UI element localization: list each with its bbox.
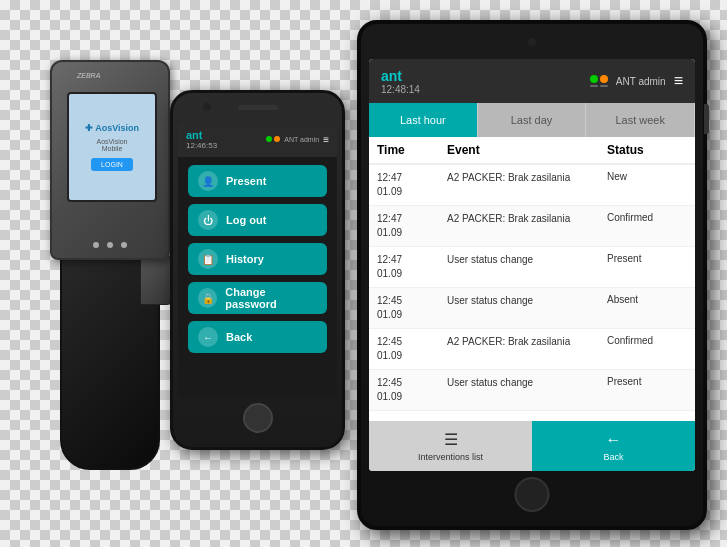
tablet-side-button[interactable] [704, 104, 709, 134]
row-time: 12:4501.09 [377, 376, 447, 404]
interventions-icon: ☰ [444, 430, 458, 449]
table-header: Time Event Status [369, 137, 695, 165]
tablet-back-button[interactable]: ← Back [532, 421, 695, 471]
phone-back-button[interactable]: ← Back [188, 321, 327, 353]
row-status: Confirmed [607, 212, 687, 223]
scanner-brand: ZEBRA [77, 72, 100, 79]
phone-logo: ant [186, 129, 217, 141]
tablet-menu-icon[interactable]: ≡ [674, 72, 683, 90]
phone-present-button[interactable]: 👤 Present [188, 165, 327, 197]
phone-home-button[interactable] [243, 403, 273, 433]
interventions-list-button[interactable]: ☰ Interventions list [369, 421, 532, 471]
row-time: 12:4701.09 [377, 212, 447, 240]
status-dot-orange [600, 75, 608, 83]
phone-device: ant 12:46:53 ANT admin ≡ 👤 Present [170, 90, 345, 450]
scanner-logo: ✚ AosVision [85, 123, 139, 133]
row-time: 12:4701.09 [377, 253, 447, 281]
row-status: Absent [607, 294, 687, 305]
back-icon: ← [198, 327, 218, 347]
history-icon: 📋 [198, 249, 218, 269]
present-label: Present [226, 175, 266, 187]
tablet-tabs: Last hour Last day Last week [369, 103, 695, 137]
row-time: 12:4701.09 [377, 171, 447, 199]
tablet-time: 12:48:14 [381, 84, 420, 95]
table-row: 12:4701.09 A2 PACKER: Brak zasilania Con… [369, 206, 695, 247]
row-time: 12:4501.09 [377, 335, 447, 363]
phone-menu-icon[interactable]: ≡ [323, 134, 329, 145]
phone-header: ant 12:46:53 ANT admin ≡ [178, 121, 337, 157]
row-status: New [607, 171, 687, 182]
history-label: History [226, 253, 264, 265]
phone-speaker [238, 105, 278, 110]
tab-last-hour[interactable]: Last hour [369, 103, 478, 137]
row-event: User status change [447, 253, 607, 267]
tablet-status-icons [590, 75, 608, 87]
present-icon: 👤 [198, 171, 218, 191]
tablet-header-left: ant 12:48:14 [381, 68, 420, 95]
phone-body: ant 12:46:53 ANT admin ≡ 👤 Present [170, 90, 345, 450]
scanner-body: ZEBRA ✚ AosVision AosVisionMobile LOGIN [50, 60, 170, 260]
tablet-screen: ant 12:48:14 [369, 59, 695, 471]
row-status: Present [607, 253, 687, 264]
table-row: 12:4701.09 User status change Present [369, 247, 695, 288]
tablet-back-label: Back [603, 452, 623, 462]
phone-camera [203, 103, 211, 111]
scanner-screen-button: LOGIN [91, 158, 133, 171]
col-header-event: Event [447, 143, 607, 157]
tab-last-week[interactable]: Last week [586, 103, 695, 137]
tablet-admin: ANT admin [616, 76, 666, 87]
events-table: 12:4701.09 A2 PACKER: Brak zasilania New… [369, 165, 695, 411]
phone-header-right: ANT admin ≡ [266, 134, 329, 145]
phone-history-button[interactable]: 📋 History [188, 243, 327, 275]
table-row: 12:4501.09 User status change Present [369, 370, 695, 411]
row-event: User status change [447, 294, 607, 308]
phone-time: 12:46:53 [186, 141, 217, 150]
row-status: Confirmed [607, 335, 687, 346]
tab-last-day[interactable]: Last day [478, 103, 587, 137]
row-event: A2 PACKER: Brak zasilania [447, 212, 607, 226]
phone-screen: ant 12:46:53 ANT admin ≡ 👤 Present [178, 121, 337, 397]
row-status: Present [607, 376, 687, 387]
interventions-label: Interventions list [418, 452, 483, 462]
tablet-logo: ant [381, 68, 420, 84]
changepass-icon: 🔒 [198, 288, 217, 308]
scanner-screen: ✚ AosVision AosVisionMobile LOGIN [67, 92, 157, 202]
tablet-home-button[interactable] [515, 477, 550, 512]
phone-admin: ANT admin [284, 136, 319, 143]
tablet-header-right: ANT admin ≡ [590, 72, 683, 90]
changepass-label: Change password [225, 286, 317, 310]
col-header-time: Time [377, 143, 447, 157]
table-row: 12:4501.09 User status change Absent [369, 288, 695, 329]
table-row: 12:4701.09 A2 PACKER: Brak zasilania New [369, 165, 695, 206]
tablet-device: ant 12:48:14 [357, 20, 707, 530]
tablet-camera [528, 38, 536, 46]
status-dot-green [590, 75, 598, 83]
phone-changepass-button[interactable]: 🔒 Change password [188, 282, 327, 314]
phone-logout-button[interactable]: ⏻ Log out [188, 204, 327, 236]
tablet-body: ant 12:48:14 [357, 20, 707, 530]
logout-label: Log out [226, 214, 266, 226]
back-label: Back [226, 331, 252, 343]
table-row: 12:4501.09 A2 PACKER: Brak zasilania Con… [369, 329, 695, 370]
row-time: 12:4501.09 [377, 294, 447, 322]
row-event: A2 PACKER: Brak zasilania [447, 171, 607, 185]
tablet-back-icon: ← [606, 431, 622, 449]
tablet-header: ant 12:48:14 [369, 59, 695, 103]
row-event: A2 PACKER: Brak zasilania [447, 335, 607, 349]
phone-buttons-container: 👤 Present ⏻ Log out 📋 History 🔒 Change p… [178, 157, 337, 361]
logout-icon: ⏻ [198, 210, 218, 230]
tablet-bottom-bar: ☰ Interventions list ← Back [369, 421, 695, 471]
col-header-status: Status [607, 143, 687, 157]
row-event: User status change [447, 376, 607, 390]
